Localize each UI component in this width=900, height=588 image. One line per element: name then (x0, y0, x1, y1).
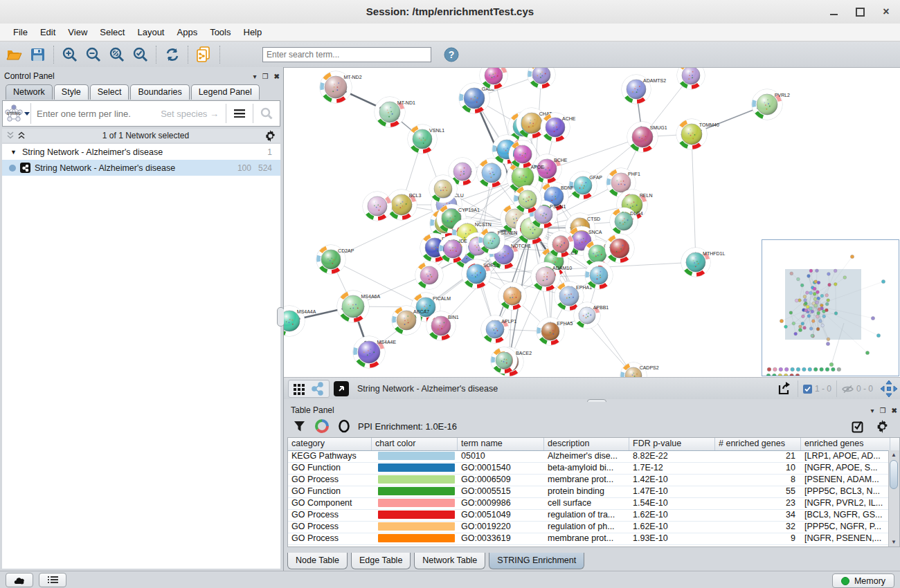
svg-text:MS4A6A: MS4A6A (361, 294, 381, 299)
tab-network[interactable]: Network (6, 84, 53, 100)
column-header-enriched-genes[interactable]: enriched genes (801, 438, 890, 450)
panel-float-icon[interactable]: ❒ (262, 73, 269, 80)
tab-edge-table[interactable]: Edge Table (351, 553, 411, 569)
table-vertical-scrollbar[interactable]: ▲ ▼ (888, 450, 899, 546)
menu-edit[interactable]: Edit (34, 27, 62, 37)
svg-text:APLP1: APLP1 (501, 319, 516, 324)
svg-text:IDE: IDE (459, 239, 467, 244)
tab-boundaries[interactable]: Boundaries (130, 84, 189, 100)
svg-text:SNCA: SNCA (588, 230, 602, 235)
table-row[interactable]: GO ProcessGO:0006509membrane prot...1.42… (288, 475, 899, 486)
close-button[interactable]: × (872, 0, 900, 24)
settings-gear-icon[interactable] (876, 420, 889, 433)
table-panel-menu-icon[interactable]: ▾ (871, 407, 874, 414)
string-search-icon[interactable] (253, 104, 280, 123)
open-file-icon[interactable] (3, 44, 26, 65)
table-row[interactable]: GO FunctionGO:0005515protein binding1.47… (288, 486, 899, 498)
tab-legend-panel[interactable]: Legend Panel (191, 84, 260, 100)
expand-triangle-icon[interactable]: ▼ (10, 149, 17, 156)
scroll-up-icon[interactable]: ▲ (889, 450, 899, 459)
memory-status-dot (841, 577, 849, 585)
grid-view-icon[interactable] (293, 382, 307, 396)
enrichment-table[interactable]: categorychart colorterm namedescriptionF… (287, 437, 900, 547)
select-columns-icon[interactable] (852, 420, 865, 433)
search-input[interactable] (262, 47, 431, 62)
cell-fdr-p-value: 1.7E-12 (629, 463, 715, 474)
enrichment-table-header: categorychart colorterm namedescriptionF… (288, 438, 899, 451)
network-options-gear-icon[interactable] (264, 130, 276, 142)
export-network-icon[interactable] (777, 381, 792, 396)
save-session-icon[interactable] (26, 44, 50, 65)
tab-style[interactable]: Style (54, 84, 89, 100)
menu-file[interactable]: File (7, 27, 34, 37)
column-header--enriched-genes[interactable]: # enriched genes (715, 438, 801, 450)
selected-checkbox-icon[interactable] (803, 385, 812, 394)
menu-select[interactable]: Select (93, 27, 131, 37)
birdseye-view[interactable] (762, 239, 899, 376)
column-header-description[interactable]: description (544, 438, 629, 450)
table-row[interactable]: GO ComponentGO:0009986cell surface1.54E-… (288, 498, 899, 510)
menu-apps[interactable]: Apps (171, 27, 204, 37)
panel-menu-icon[interactable]: ▾ (253, 73, 257, 80)
panel-close-icon[interactable]: ✖ (274, 73, 280, 80)
string-options-icon[interactable] (226, 104, 253, 123)
tab-network-table[interactable]: Network Table (414, 553, 485, 569)
table-row[interactable]: GO ProcessGO:0051049regulation of tra...… (288, 510, 899, 522)
eye-slash-icon[interactable] (842, 385, 854, 394)
table-row[interactable]: GO ProcessGO:0050435beta-amyloid m...2.0… (288, 545, 899, 547)
collapse-all-icon[interactable] (6, 131, 16, 140)
column-header-fdr-p-value[interactable]: FDR p-value (629, 438, 715, 450)
column-header-category[interactable]: category (288, 438, 372, 450)
task-history-button[interactable] (39, 573, 66, 587)
network-from-file-icon[interactable] (192, 44, 216, 65)
species-hint[interactable]: Set species → (161, 109, 219, 119)
cell-category: GO Process (288, 533, 372, 544)
network-tree-row[interactable]: ▼String Network - Alzheimer's disease1 (2, 144, 280, 160)
table-row[interactable]: GO ProcessGO:0033619membrane prot...1.93… (288, 533, 899, 545)
menu-view[interactable]: View (62, 27, 93, 37)
clear-chart-icon[interactable] (337, 419, 351, 433)
scroll-down-icon[interactable]: ▼ (889, 538, 899, 546)
table-row[interactable]: KEGG Pathways05010Alzheimer's dise...8.8… (288, 451, 899, 463)
zoom-out-icon[interactable] (82, 44, 105, 65)
cell-term-name: 05010 (458, 451, 544, 462)
filter-icon[interactable] (294, 421, 305, 432)
cell-enriched-gene-count: 34 (715, 510, 801, 521)
welcome-screen-button[interactable] (6, 573, 33, 587)
svg-text:CD2AP: CD2AP (338, 248, 354, 253)
menu-help[interactable]: Help (237, 27, 269, 37)
help-icon[interactable]: ? (440, 44, 463, 65)
string-query-input[interactable] (30, 103, 161, 124)
pan-tool-icon[interactable] (880, 380, 898, 398)
menu-layout[interactable]: Layout (131, 27, 170, 37)
table-panel-close-icon[interactable]: ✖ (892, 407, 897, 414)
tab-node-table[interactable]: Node Table (287, 553, 348, 569)
zoom-fit-icon[interactable] (105, 44, 129, 65)
cell-description: Alzheimer's dise... (544, 451, 629, 462)
zoom-in-icon[interactable] (58, 44, 82, 65)
refresh-icon[interactable] (161, 44, 184, 65)
table-row[interactable]: GO FunctionGO:0001540beta-amyloid bi...1… (288, 463, 899, 475)
string-logo-icon[interactable]: STRING (3, 104, 30, 123)
cell-category: GO Process (288, 510, 372, 521)
fullscreen-view-icon[interactable] (334, 381, 349, 396)
scrollbar-thumb[interactable] (890, 460, 898, 489)
enrichment-chart-icon[interactable] (315, 419, 329, 433)
memory-button[interactable]: Memory (832, 573, 894, 588)
network-view-icon[interactable] (311, 382, 325, 396)
expand-all-icon[interactable] (17, 131, 27, 140)
svg-text:SORL1: SORL1 (483, 263, 499, 268)
cell-description: beta-amyloid m... (544, 545, 629, 547)
table-row[interactable]: GO ProcessGO:0019220regulation of ph...1… (288, 522, 899, 533)
minimize-button[interactable] (820, 0, 847, 24)
network-tree-row[interactable]: String Network - Alzheimer's disease1005… (2, 160, 280, 176)
column-header-term-name[interactable]: term name (458, 438, 544, 450)
table-panel-float-icon[interactable]: ❒ (880, 407, 886, 414)
tab-string-enrichment[interactable]: STRING Enrichment (489, 553, 584, 569)
column-header-chart-color[interactable]: chart color (372, 438, 458, 450)
menu-tools[interactable]: Tools (204, 27, 237, 37)
maximize-button[interactable] (846, 0, 874, 24)
tab-select[interactable]: Select (90, 84, 129, 100)
cell-enriched-genes: [NGFR, PSENEN,... (801, 533, 890, 544)
zoom-selected-icon[interactable] (129, 44, 152, 65)
